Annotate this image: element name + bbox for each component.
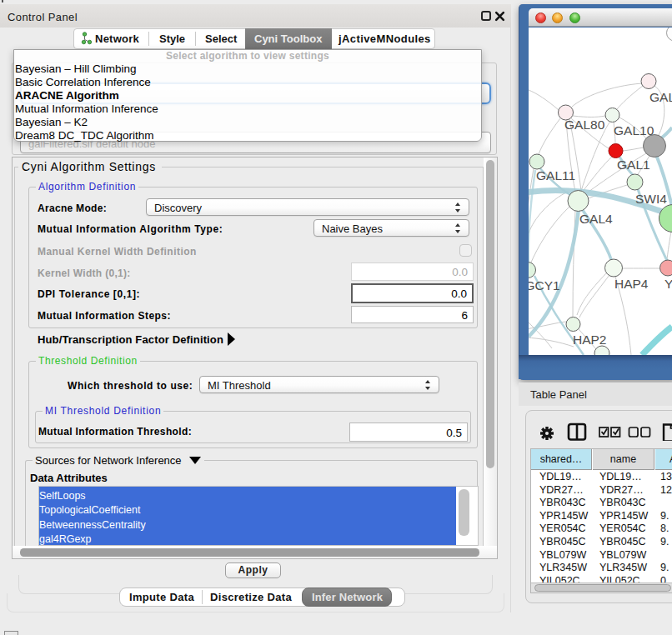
svg-text:SWI4: SWI4 — [635, 192, 667, 206]
svg-text:GAL1: GAL1 — [617, 158, 650, 172]
svg-text:GCY1: GCY1 — [529, 278, 560, 292]
svg-text:HAP4: HAP4 — [614, 277, 649, 291]
svg-text:GAL7: GAL7 — [649, 90, 672, 104]
svg-text:GAL4: GAL4 — [579, 212, 613, 226]
svg-text:GAL80: GAL80 — [564, 118, 605, 132]
svg-text:GAL10: GAL10 — [614, 123, 654, 138]
svg-text:YBR: YBR — [664, 277, 672, 291]
svg-text:GAL11: GAL11 — [536, 168, 575, 182]
svg-text:HAP2: HAP2 — [573, 332, 607, 347]
